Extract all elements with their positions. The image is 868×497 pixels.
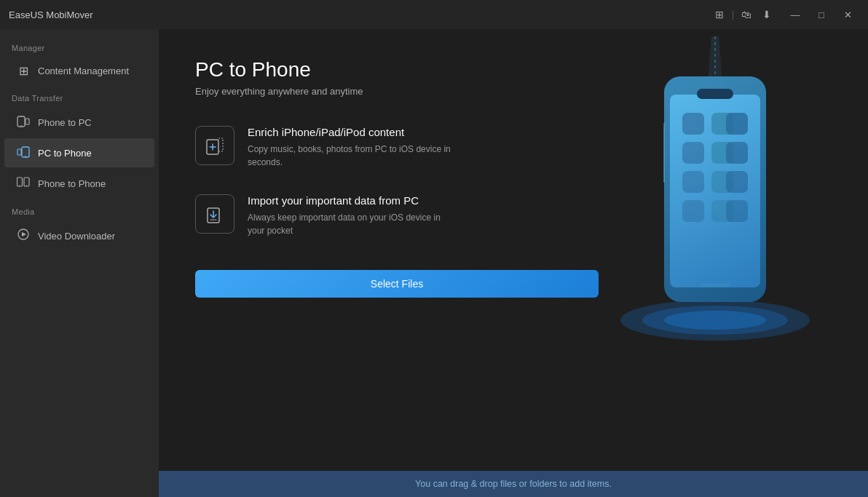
import-icon-box (195, 194, 234, 234)
svg-rect-33 (726, 171, 748, 193)
feature-desc-import: Always keep important data on your iOS d… (248, 211, 459, 237)
sidebar-item-label: Phone to PC (38, 117, 92, 128)
page-title: PC to Phone (195, 58, 599, 81)
sidebar-item-phone-to-pc[interactable]: Phone to PC (4, 108, 154, 137)
content-right (599, 36, 832, 357)
sidebar-item-label: Video Downloader (38, 231, 115, 242)
svg-point-20 (664, 311, 766, 330)
drag-drop-hint: You can drag & drop files or folders to … (415, 479, 612, 489)
content-left: PC to Phone Enjoy everything anywhere an… (195, 58, 599, 298)
svg-rect-5 (17, 149, 21, 155)
sidebar-item-label: Content Management (38, 65, 129, 76)
sidebar-item-phone-to-phone[interactable]: Phone to Phone (4, 169, 154, 198)
app-title: EaseUS MobiMover (9, 9, 93, 20)
feature-title-enrich: Enrich iPhone/iPad/iPod content (248, 126, 459, 138)
minimize-button[interactable]: — (784, 4, 807, 25)
svg-rect-37 (701, 284, 730, 287)
svg-marker-11 (22, 232, 26, 236)
feature-text-import: Import your important data from PC Alway… (248, 194, 459, 237)
device-icon[interactable]: ⊞ (711, 7, 727, 23)
svg-rect-6 (17, 178, 23, 186)
page-subtitle: Enjoy everything anywhere and anytime (195, 86, 599, 97)
content-inner: PC to Phone Enjoy everything anywhere an… (159, 29, 868, 471)
svg-rect-24 (697, 89, 733, 99)
select-files-button[interactable]: Select Files (195, 270, 599, 298)
feature-card-enrich: Enrich iPhone/iPad/iPod content Copy mus… (195, 126, 599, 169)
content-management-icon: ⊞ (16, 64, 31, 78)
svg-rect-2 (25, 119, 29, 124)
sidebar-item-label: PC to Phone (38, 148, 92, 159)
separator: | (732, 9, 734, 20)
video-downloader-icon (16, 228, 31, 244)
feature-title-import: Import your important data from PC (248, 194, 459, 207)
enrich-icon-box (195, 126, 234, 165)
phone-to-pc-icon (16, 114, 31, 130)
content-area: PC to Phone Enjoy everything anywhere an… (159, 29, 868, 497)
title-bar: EaseUS MobiMover ⊞ | 🛍 ⬇ — □ ✕ (0, 0, 868, 29)
svg-rect-28 (682, 142, 704, 164)
close-button[interactable]: ✕ (836, 4, 859, 25)
sidebar-item-pc-to-phone[interactable]: PC to Phone (4, 138, 154, 167)
svg-rect-36 (726, 200, 748, 222)
maximize-button[interactable]: □ (810, 4, 833, 25)
feature-text-enrich: Enrich iPhone/iPad/iPod content Copy mus… (248, 126, 459, 169)
sidebar-item-video-downloader[interactable]: Video Downloader (4, 221, 154, 250)
svg-rect-27 (726, 113, 748, 135)
svg-rect-25 (682, 113, 704, 135)
title-bar-left: EaseUS MobiMover (9, 9, 93, 20)
drag-drop-bar: You can drag & drop files or folders to … (159, 471, 868, 497)
sidebar-item-label: Phone to Phone (38, 178, 106, 189)
sidebar-section-media: Media (0, 199, 159, 220)
phone-to-phone-icon (16, 175, 31, 191)
pc-to-phone-icon (16, 145, 31, 161)
sidebar: Manager ⊞ Content Management Data Transf… (0, 29, 159, 497)
sidebar-section-data-transfer: Data Transfer (0, 85, 159, 107)
feature-card-import: Import your important data from PC Alway… (195, 194, 599, 237)
svg-rect-7 (24, 178, 29, 186)
title-bar-right: ⊞ | 🛍 ⬇ — □ ✕ (711, 4, 859, 25)
feature-desc-enrich: Copy music, books, photos from PC to iOS… (248, 143, 459, 169)
sidebar-section-manager: Manager (0, 35, 159, 57)
svg-rect-31 (682, 171, 704, 193)
main-layout: Manager ⊞ Content Management Data Transf… (0, 29, 868, 497)
store-icon[interactable]: 🛍 (738, 7, 754, 23)
title-bar-extra-icons: ⊞ | 🛍 ⬇ (711, 7, 775, 23)
download-icon[interactable]: ⬇ (759, 7, 775, 23)
sidebar-item-content-management[interactable]: ⊞ Content Management (4, 57, 154, 84)
svg-rect-34 (682, 200, 704, 222)
phone-illustration (606, 36, 824, 357)
svg-rect-30 (726, 142, 748, 164)
